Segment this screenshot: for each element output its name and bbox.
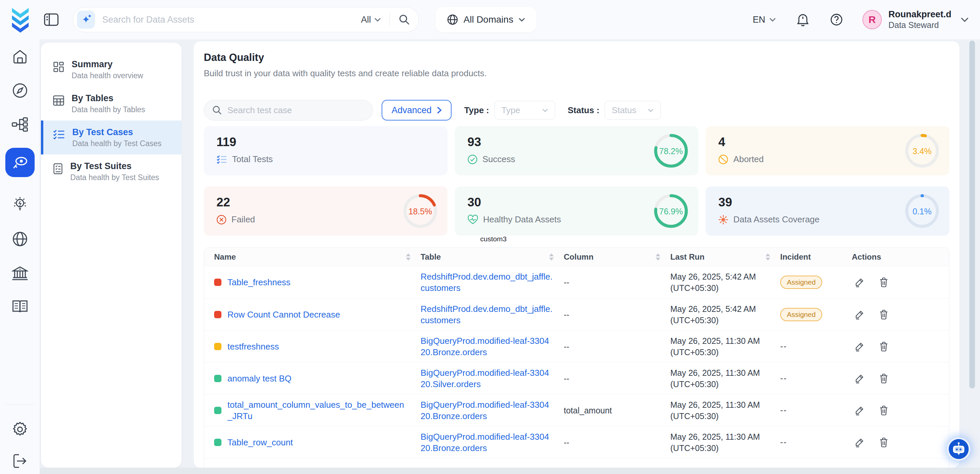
type-filter-select[interactable]: Type [495, 101, 555, 119]
status-placeholder: Status [612, 105, 636, 116]
stat-card-failed: 22 Failed 18.5% [204, 186, 447, 236]
divider [390, 13, 390, 26]
test-case-name-link[interactable]: anomaly test BQ [228, 373, 291, 384]
explore-compass-icon[interactable] [12, 83, 28, 99]
notifications-bell-icon[interactable] [797, 13, 809, 27]
ai-sparkle-icon[interactable]: ✦✦ [77, 11, 95, 29]
table-row: Table_row_count BigQueryProd.modified-le… [204, 426, 949, 458]
checklist-icon [216, 155, 227, 164]
summary-icon [53, 61, 64, 73]
edit-icon[interactable] [854, 406, 864, 415]
heart-pulse-icon [468, 215, 478, 225]
logout-icon[interactable] [12, 453, 28, 469]
all-domains-button[interactable]: All Domains [436, 7, 536, 32]
incident-cell: -- [780, 406, 852, 415]
vertical-scrollbar-thumb[interactable] [969, 41, 975, 388]
edit-icon[interactable] [854, 342, 864, 352]
column-header-label: Name [214, 252, 236, 262]
advanced-filter-button[interactable]: Advanced [382, 100, 452, 121]
horizontal-scrollbar[interactable] [40, 468, 980, 474]
global-search-bar: ✦✦ All [73, 7, 419, 32]
user-avatar[interactable]: R [862, 10, 882, 29]
user-menu[interactable]: Rounakpreet.d Data Steward [888, 9, 951, 30]
incident-cell: -- [780, 374, 852, 383]
nav-item-by-tables[interactable]: By Tables Data health by Tables [41, 87, 181, 121]
user-name: Rounakpreet.d [888, 9, 951, 20]
sort-icon[interactable] [765, 253, 770, 261]
test-case-name-link[interactable]: Row Count Cannot Decrease [228, 309, 340, 320]
status-filter-select[interactable]: Status [605, 101, 661, 119]
incident-badge: -- [780, 437, 787, 447]
domains-globe-icon[interactable] [12, 231, 28, 247]
incident-badge: Assigned [780, 275, 822, 289]
nav-item-subtitle: Data health overview [72, 71, 143, 81]
app-logo-icon[interactable] [10, 7, 31, 33]
table-link[interactable]: BigQueryProd.modified-leaf-330420.Silver… [421, 367, 554, 390]
lineage-icon[interactable] [12, 117, 28, 132]
column-cell: -- [564, 309, 670, 320]
home-icon[interactable] [12, 49, 28, 64]
column-header-table[interactable]: Table [421, 252, 564, 262]
sort-icon[interactable] [549, 253, 554, 261]
status-indicator [214, 278, 221, 286]
column-header-name[interactable]: Name [204, 252, 421, 262]
test-cases-table-body: Table_freshness RedshiftProd.dev.demo_db… [204, 266, 949, 468]
chat-bot-button[interactable] [947, 437, 970, 461]
table-link[interactable]: BigQueryProd.modified-leaf-330420.Bronze… [421, 431, 554, 454]
top-bar: ✦✦ All All Domains EN [0, 0, 980, 39]
insights-bulb-icon[interactable] [12, 196, 28, 212]
edit-icon[interactable] [854, 374, 864, 383]
table-row: anomaly test BQ BigQueryProd.modified-le… [204, 362, 949, 394]
search-scope-dropdown[interactable]: All [361, 14, 381, 25]
test-case-name-link[interactable]: Table_freshness [228, 277, 290, 288]
svg-text:3.4%: 3.4% [913, 146, 932, 156]
column-header-column[interactable]: Column [564, 252, 670, 262]
stats-grid: 119 Total Tests 93 [204, 126, 949, 236]
column-header-actions: Actions [852, 252, 949, 262]
table-link[interactable]: RedshiftProd.dev.demo_dbt_jaffle.custome… [421, 303, 554, 326]
nav-item-summary[interactable]: Summary Data health overview [41, 52, 181, 87]
incident-cell: -- [780, 342, 852, 351]
table-link[interactable]: BigQueryProd.modified-leaf-330420.Bronze… [421, 335, 554, 358]
column-header-label: Last Run [670, 252, 705, 262]
settings-gear-icon[interactable] [12, 422, 28, 437]
test-case-name-link[interactable]: testfreshness [228, 341, 279, 352]
delete-icon[interactable] [879, 277, 888, 287]
delete-icon[interactable] [879, 342, 888, 352]
user-menu-chevron-icon[interactable] [961, 17, 969, 22]
delete-icon[interactable] [879, 310, 888, 320]
status-indicator [214, 375, 221, 382]
language-dropdown[interactable]: EN [752, 14, 776, 25]
nav-item-by-test-cases[interactable]: By Test Cases Data health by Test Cases [41, 121, 181, 154]
data-quality-nav-panel: Summary Data health overview By Tables D… [41, 43, 181, 468]
stat-card-data-assets-coverage: 39 Data Assets Coverage 0.1% [706, 186, 949, 236]
sort-icon[interactable] [655, 253, 660, 261]
delete-icon[interactable] [879, 406, 888, 415]
nav-item-subtitle: Data health by Test Cases [72, 138, 162, 148]
column-header-last-run[interactable]: Last Run [670, 252, 780, 262]
svg-text:18.5%: 18.5% [408, 207, 432, 216]
sort-icon[interactable] [406, 253, 410, 261]
help-icon[interactable] [830, 13, 843, 26]
observability-active-icon[interactable] [5, 148, 35, 177]
status-indicator [214, 311, 221, 318]
edit-icon[interactable] [854, 437, 864, 447]
global-search-input[interactable] [102, 14, 361, 25]
delete-icon[interactable] [879, 437, 888, 447]
nav-item-by-test-suites[interactable]: By Test Suites Data health by Test Suite… [41, 154, 181, 188]
search-submit-icon[interactable] [399, 14, 410, 25]
stat-label: Aborted [733, 154, 764, 164]
table-link[interactable]: BigQueryProd.modified-leaf-330420.Bronze… [421, 399, 554, 422]
table-link[interactable]: RedshiftProd.dev.demo_dbt_jaffle.custome… [421, 271, 554, 294]
page-subtitle: Build trust in your data with quality te… [204, 68, 949, 78]
all-domains-label: All Domains [463, 14, 513, 25]
sidebar-toggle-icon[interactable] [44, 13, 59, 26]
test-case-name-link[interactable]: Table_row_count [228, 437, 293, 448]
glossary-book-icon[interactable] [12, 300, 28, 313]
delete-icon[interactable] [879, 374, 888, 383]
test-case-search-input[interactable] [228, 105, 364, 116]
edit-icon[interactable] [854, 277, 864, 287]
govern-bank-icon[interactable] [12, 266, 28, 281]
test-case-name-link[interactable]: total_amount_column_values_to_be_between… [228, 399, 407, 422]
edit-icon[interactable] [854, 310, 864, 320]
